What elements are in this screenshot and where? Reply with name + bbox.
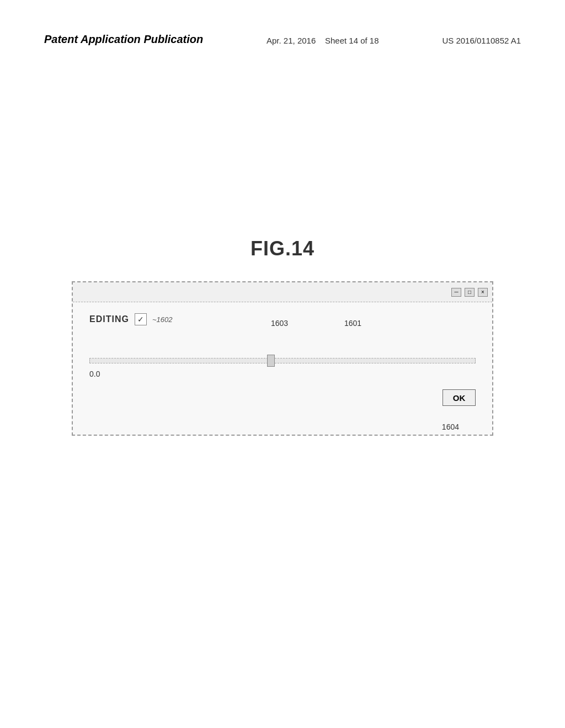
header-left: Patent Application Publication xyxy=(44,33,203,46)
ok-button-area: OK 1604 xyxy=(89,389,476,406)
ref-1601-label: 1601 xyxy=(344,319,361,328)
editing-checkbox[interactable]: ✓ xyxy=(135,313,147,325)
date-info: Apr. 21, 2016 xyxy=(266,36,316,45)
editing-label: EDITING xyxy=(89,314,129,324)
minimize-button[interactable]: ─ xyxy=(451,288,461,297)
page-header: Patent Application Publication Apr. 21, … xyxy=(44,33,521,46)
patent-title: Patent Application Publication xyxy=(44,33,203,46)
patent-number: US 2016/0110852 A1 xyxy=(442,36,521,45)
header-center: Apr. 21, 2016 Sheet 14 of 18 xyxy=(266,36,379,45)
slider-track-container xyxy=(89,354,476,367)
ok-button-row: OK xyxy=(89,389,476,406)
ref-labels-above: 1603 1601 xyxy=(89,334,476,354)
slider-track[interactable] xyxy=(89,358,476,363)
close-icon: × xyxy=(481,289,484,295)
ref-1604-label: 1604 xyxy=(442,422,459,431)
figure-label: FIG.14 xyxy=(250,237,315,260)
ref-1602-label: ~1602 xyxy=(152,315,173,324)
sheet-info: Sheet 14 of 18 xyxy=(325,36,379,45)
close-button[interactable]: × xyxy=(478,288,488,297)
maximize-button[interactable]: □ xyxy=(465,288,475,297)
dialog-window: ─ □ × EDITING ✓ ~1602 1 xyxy=(72,281,493,436)
slider-thumb[interactable] xyxy=(267,355,275,367)
ok-button[interactable]: OK xyxy=(443,389,476,406)
ref-1603-label: 1603 xyxy=(271,319,288,328)
editing-checkbox-container[interactable]: ✓ xyxy=(135,313,147,325)
dialog-titlebar: ─ □ × xyxy=(73,282,492,302)
header-right: US 2016/0110852 A1 xyxy=(442,36,521,45)
slider-value: 0.0 xyxy=(89,370,476,378)
checkmark-icon: ✓ xyxy=(137,315,144,324)
dialog-content: EDITING ✓ ~1602 1603 1601 xyxy=(73,302,492,417)
minimize-icon: ─ xyxy=(454,289,458,295)
slider-area: 1603 1601 0.0 xyxy=(89,334,476,378)
maximize-icon: □ xyxy=(468,289,471,295)
